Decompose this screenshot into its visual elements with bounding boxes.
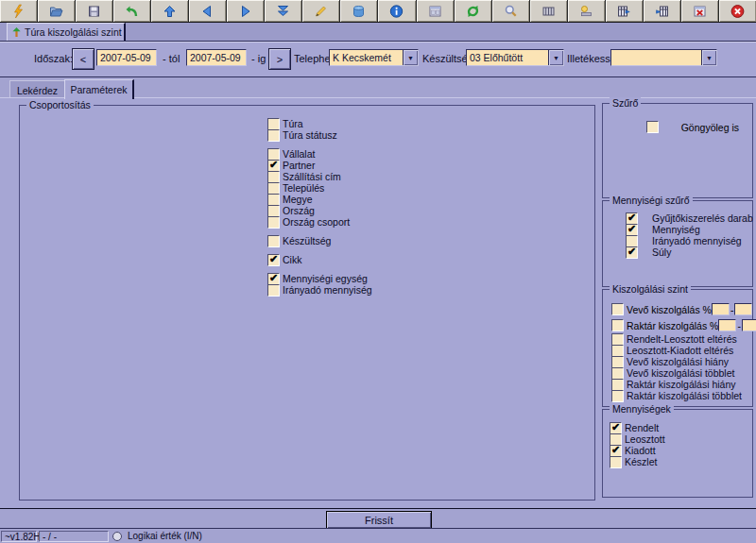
checkbox-label: Raktár kiszolgálási többlet bbox=[627, 390, 742, 401]
service-level-row: Raktár kiszolgálási hiány bbox=[611, 379, 748, 390]
open-folder-icon bbox=[48, 4, 64, 19]
checkbox[interactable] bbox=[611, 319, 624, 331]
checkbox-label: Cikk bbox=[283, 254, 301, 265]
refresh-data-button[interactable]: Frissít bbox=[326, 511, 432, 529]
checkbox[interactable] bbox=[646, 121, 659, 133]
prev-button[interactable] bbox=[189, 0, 227, 22]
tab-query[interactable]: Lekérdez bbox=[9, 80, 65, 99]
save-button[interactable] bbox=[76, 0, 113, 22]
grid-frame-icon bbox=[541, 4, 557, 19]
grouping-row: Túra bbox=[267, 118, 372, 129]
last-button[interactable] bbox=[265, 0, 302, 22]
checkbox[interactable] bbox=[267, 129, 280, 142]
tab-parameters[interactable]: Paraméterek bbox=[64, 79, 134, 99]
table-import-icon bbox=[654, 4, 670, 19]
database-button[interactable] bbox=[340, 0, 378, 22]
service-level-row: Rendelt-Leosztott eltérés bbox=[611, 333, 748, 345]
checkbox[interactable] bbox=[267, 216, 280, 229]
checkbox[interactable] bbox=[610, 456, 622, 468]
info-button[interactable] bbox=[378, 0, 416, 22]
checkbox[interactable] bbox=[626, 246, 638, 259]
first-button[interactable] bbox=[151, 0, 189, 22]
checkbox-label: Vállalat bbox=[283, 148, 315, 160]
lightning-button[interactable] bbox=[0, 0, 38, 22]
lightning-icon bbox=[10, 4, 26, 19]
checkbox-label: Leosztott-Kiadott eltérés bbox=[627, 345, 733, 356]
button-bar: Frissít bbox=[0, 508, 756, 528]
service-level-row: Vevő kiszolgálási többlet bbox=[611, 367, 748, 379]
checkbox-label: Vevő kiszolgálási többlet bbox=[627, 367, 734, 379]
quantity-filter-row: Irányadó mennyiség bbox=[626, 235, 753, 246]
checkbox[interactable] bbox=[267, 284, 280, 297]
period-prev-button[interactable]: < bbox=[72, 48, 94, 70]
range-to-input[interactable] bbox=[742, 319, 756, 331]
chevron-down-icon[interactable]: ▼ bbox=[403, 50, 418, 65]
quantities-row: Készlet bbox=[610, 456, 665, 467]
checkbox[interactable] bbox=[611, 390, 624, 402]
site-combobox[interactable]: K Kecskemét ▼ bbox=[329, 49, 419, 66]
quantity-filter-row: Gyűjtőkiszerelés darab bbox=[626, 212, 753, 224]
lamp-button[interactable] bbox=[568, 0, 606, 22]
service-level-row: Leosztott-Kiadott eltérés bbox=[611, 345, 748, 356]
checkbox-label: Rendelt-Leosztott eltérés bbox=[627, 333, 737, 345]
edit-button[interactable] bbox=[302, 0, 340, 22]
checkbox[interactable] bbox=[611, 303, 624, 315]
service-level-list: Rendelt-Leosztott eltérés Leosztott-Kiad… bbox=[611, 333, 748, 401]
checkbox-label: Vevő kiszolgálási hiány bbox=[627, 356, 729, 367]
open-button[interactable] bbox=[38, 0, 76, 22]
window-tab[interactable]: Túra kiszolgálási szint bbox=[7, 23, 126, 41]
table-export-button[interactable] bbox=[606, 0, 644, 22]
grouping-row: Megye bbox=[267, 194, 372, 205]
chevron-down-icon[interactable]: ▼ bbox=[548, 50, 563, 65]
checkbox[interactable] bbox=[267, 254, 280, 266]
refresh-button[interactable] bbox=[455, 0, 492, 22]
checkbox-label: Készültség bbox=[283, 235, 331, 246]
exit-button[interactable] bbox=[719, 0, 756, 22]
date-to-input[interactable] bbox=[186, 49, 247, 66]
table-export-icon bbox=[616, 4, 632, 19]
form-button[interactable] bbox=[417, 0, 455, 22]
checkbox[interactable] bbox=[267, 235, 280, 247]
grouping-title: Csoportosítás bbox=[26, 99, 94, 110]
form-window-icon bbox=[427, 4, 443, 19]
right-arrow-icon bbox=[237, 4, 253, 19]
logic-radio-icon[interactable] bbox=[112, 532, 122, 541]
undo-button[interactable] bbox=[113, 0, 151, 22]
checkbox-label: Mennyiségi egység bbox=[283, 273, 368, 284]
chevron-down-icon[interactable]: ▼ bbox=[701, 50, 716, 65]
checkbox-label: Túra státusz bbox=[283, 129, 337, 141]
exit-icon bbox=[730, 4, 746, 19]
edit-pencil-icon bbox=[313, 4, 329, 19]
range-status: - / - bbox=[39, 531, 109, 542]
refresh-icon bbox=[465, 4, 481, 19]
database-icon bbox=[351, 4, 367, 19]
close-window-button[interactable] bbox=[681, 0, 719, 22]
checkbox-label: Raktár kiszolgálás % bbox=[627, 320, 718, 331]
parameters-panel: Csoportosítás Túra Túra státusz Vállalat… bbox=[0, 97, 756, 508]
quantities-title: Mennyiségek bbox=[610, 403, 674, 415]
table-import-button[interactable] bbox=[644, 0, 681, 22]
window-close-icon bbox=[692, 4, 708, 19]
competence-combobox[interactable]: ▼ bbox=[610, 49, 717, 66]
checkbox-label: Irányadó mennyiség bbox=[283, 284, 372, 296]
readiness-combobox[interactable]: 03 Előhűtött ▼ bbox=[466, 49, 564, 66]
application-window: Túra kiszolgálási szint Időszak: < - tól… bbox=[0, 0, 756, 543]
range-to-input[interactable] bbox=[734, 303, 752, 315]
quantity-filter-row: Súly bbox=[626, 246, 753, 258]
range-from-input[interactable] bbox=[712, 303, 730, 315]
checkbox-label: Megye bbox=[283, 194, 313, 205]
grouping-row: Mennyiségi egység bbox=[267, 273, 372, 284]
checkbox-label: Készlet bbox=[625, 456, 657, 467]
toolbar bbox=[0, 0, 756, 23]
grid-button[interactable] bbox=[530, 0, 568, 22]
range-from-input[interactable] bbox=[718, 319, 736, 331]
checkbox-label: Göngyöleg is bbox=[681, 122, 739, 133]
date-from-input[interactable] bbox=[96, 49, 157, 66]
double-down-arrow-icon bbox=[275, 4, 291, 19]
next-button[interactable] bbox=[227, 0, 265, 22]
search-button[interactable] bbox=[492, 0, 530, 22]
checkbox-label: Irányadó mennyiség bbox=[652, 235, 742, 246]
status-bar: ~v1.82H - / - Logikai érték (I/N) bbox=[0, 528, 756, 543]
period-next-button[interactable]: > bbox=[268, 48, 291, 70]
range-separator: - bbox=[730, 304, 734, 315]
